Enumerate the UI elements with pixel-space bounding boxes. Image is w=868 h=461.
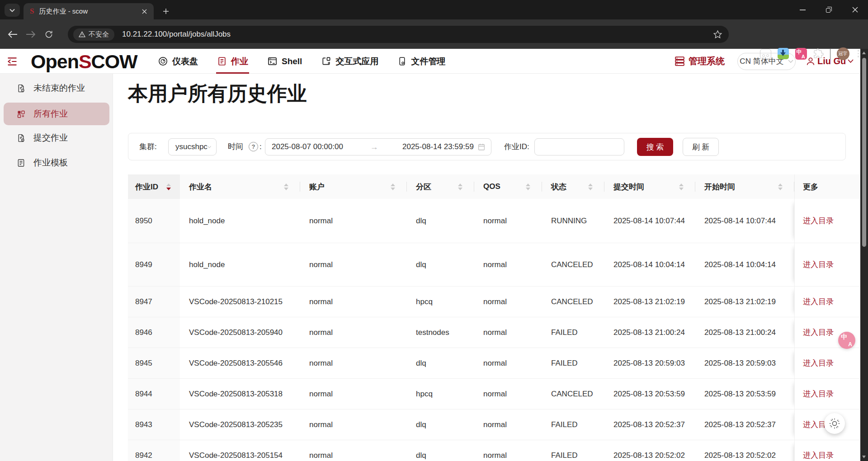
cell-account: normal <box>300 317 407 348</box>
column-label: 作业名 <box>189 182 212 192</box>
nav-item-interactive-apps[interactable]: 交互式应用 <box>321 49 378 74</box>
cell-status: FAILED <box>542 317 604 348</box>
table-row: 8943 VSCode-20250813-205235 normal dlq n… <box>128 409 860 440</box>
browser-tab[interactable]: S 历史作业 - scow <box>24 3 154 19</box>
time-start-input[interactable] <box>271 142 347 152</box>
nav-item-shell[interactable]: Shell <box>267 49 302 74</box>
cell-job-name: VSCode-20250813-210215 <box>180 287 300 317</box>
sidebar-item-unfinished-jobs[interactable]: 未结束的作业 <box>4 78 109 98</box>
job-id-input[interactable] <box>534 138 624 155</box>
forward-button[interactable] <box>22 25 40 43</box>
column-label: 更多 <box>803 182 818 192</box>
appstore-icon <box>321 56 331 66</box>
menu-fold-icon[interactable] <box>6 56 18 67</box>
column-header-partition[interactable]: 分区 <box>407 174 474 199</box>
browser-tab-strip: S 历史作业 - scow <box>0 0 868 19</box>
enter-directory-link[interactable]: 进入目录 <box>803 358 834 368</box>
reload-button[interactable] <box>40 25 58 43</box>
doc-plus-icon <box>16 133 26 143</box>
enter-directory-link[interactable]: 进入目录 <box>803 450 834 461</box>
plus-icon <box>163 8 169 14</box>
cell-submit-time: 2025-08-13 20:59:03 <box>604 348 695 378</box>
column-header-submit-time[interactable]: 提交时间 <box>604 174 695 199</box>
download-extension-icon[interactable] <box>778 48 789 59</box>
cell-partition: dlq <box>407 243 474 286</box>
bookmark-star-icon[interactable] <box>713 30 722 39</box>
enter-directory-link[interactable]: 进入目录 <box>803 327 834 338</box>
time-range-picker[interactable]: → <box>265 138 491 155</box>
translate-float-button[interactable]: 中 A <box>838 332 855 349</box>
nav-item-jobs[interactable]: 作业 <box>217 49 248 74</box>
table-body: 8950 hold_node normal dlq normal RUNNING… <box>128 199 860 461</box>
cell-submit-time: 2025-08-13 20:52:02 <box>604 440 695 461</box>
extensions-puzzle-icon[interactable] <box>813 48 824 59</box>
cell-submit-time: 2025-08-14 10:07:44 <box>604 199 695 243</box>
cell-qos: normal <box>474 348 542 378</box>
nav-item-dashboard[interactable]: 仪表盘 <box>158 49 198 74</box>
window-close-button[interactable] <box>842 0 868 19</box>
new-tab-button[interactable] <box>159 5 173 18</box>
template-icon <box>16 158 26 168</box>
openscow-logo[interactable]: OpenSCOW <box>31 50 137 73</box>
scroll-down-arrow-icon[interactable] <box>862 456 866 458</box>
enter-directory-link[interactable]: 进入目录 <box>803 296 834 307</box>
column-header-qos[interactable]: QOS <box>474 174 542 199</box>
cell-submit-time: 2025-08-13 21:00:24 <box>604 317 695 348</box>
enter-directory-link[interactable]: 进入目录 <box>803 216 834 226</box>
cell-submit-time: 2025-08-13 20:52:37 <box>604 409 695 440</box>
question-circle-icon[interactable]: ? <box>249 142 258 151</box>
cell-status: RUNNING <box>542 199 604 243</box>
address-bar[interactable]: 不安全 10.21.22.100/portal/jobs/allJobs <box>68 26 729 43</box>
cell-status: FAILED <box>542 409 604 440</box>
split-view-extension-icon[interactable] <box>760 49 771 59</box>
cell-job-id: 8943 <box>128 409 180 440</box>
column-header-more: 更多 <box>794 174 860 199</box>
cluster-label: 集群: <box>139 133 157 160</box>
table-row: 8946 VSCode-20250813-205940 normal testn… <box>128 317 860 348</box>
security-badge-label: 不安全 <box>89 30 109 39</box>
tab-search-button[interactable] <box>5 4 20 17</box>
column-header-job-name[interactable]: 作业名 <box>180 174 300 199</box>
window-restore-button[interactable] <box>816 0 842 19</box>
chevron-down-icon <box>208 146 211 149</box>
translate-extension-icon[interactable]: 中A <box>795 48 807 60</box>
security-badge[interactable]: 不安全 <box>73 28 114 41</box>
calendar-icon[interactable] <box>477 143 486 151</box>
scrollbar-thumb[interactable] <box>862 58 866 247</box>
cluster-select[interactable]: ysucshpc <box>168 138 217 155</box>
theme-toggle-float-button[interactable] <box>824 413 845 434</box>
enter-directory-link[interactable]: 进入目录 <box>803 259 834 270</box>
cell-submit-time: 2025-08-14 10:04:14 <box>604 243 695 286</box>
window-minimize-button[interactable] <box>789 0 816 19</box>
url-text: 10.21.22.100/portal/jobs/allJobs <box>122 30 713 39</box>
tab-title: 历史作业 - scow <box>39 7 139 16</box>
sidebar-item-job-templates[interactable]: 作业模板 <box>4 153 109 173</box>
cell-account: normal <box>300 348 407 378</box>
cell-qos: normal <box>474 287 542 317</box>
column-header-status[interactable]: 状态 <box>542 174 604 199</box>
column-header-start-time[interactable]: 开始时间 <box>695 174 794 199</box>
cell-account: normal <box>300 199 407 243</box>
cell-start-time: 2025-08-13 20:52:37 <box>695 409 794 440</box>
page-scrollbar[interactable] <box>860 49 868 461</box>
search-button[interactable]: 搜 索 <box>637 138 673 156</box>
tab-close-icon[interactable] <box>139 6 149 16</box>
sidebar-item-all-jobs[interactable]: 所有作业 <box>4 103 109 125</box>
column-header-account[interactable]: 账户 <box>300 174 407 199</box>
scroll-up-arrow-icon[interactable] <box>862 52 866 54</box>
back-button[interactable] <box>4 25 22 43</box>
nav-item-file-manager[interactable]: 文件管理 <box>397 49 445 74</box>
cell-partition: dlq <box>407 348 474 378</box>
cell-start-time: 2025-08-13 20:53:59 <box>695 379 794 409</box>
admin-system-link[interactable]: 管理系统 <box>674 55 725 67</box>
sidebar-item-submit-job[interactable]: 提交作业 <box>4 128 109 148</box>
cell-partition: dlq <box>407 440 474 461</box>
nav-label: 作业 <box>231 56 248 67</box>
time-end-input[interactable] <box>401 142 477 152</box>
enter-directory-link[interactable]: 进入目录 <box>803 389 834 399</box>
column-header-job-id[interactable]: 作业ID <box>128 174 180 199</box>
cell-job-id: 8946 <box>128 317 180 348</box>
refresh-button[interactable]: 刷 新 <box>683 138 719 156</box>
cell-more: 进入目录 <box>794 243 860 286</box>
browser-profile-avatar[interactable]: 冠宇 <box>837 47 849 60</box>
